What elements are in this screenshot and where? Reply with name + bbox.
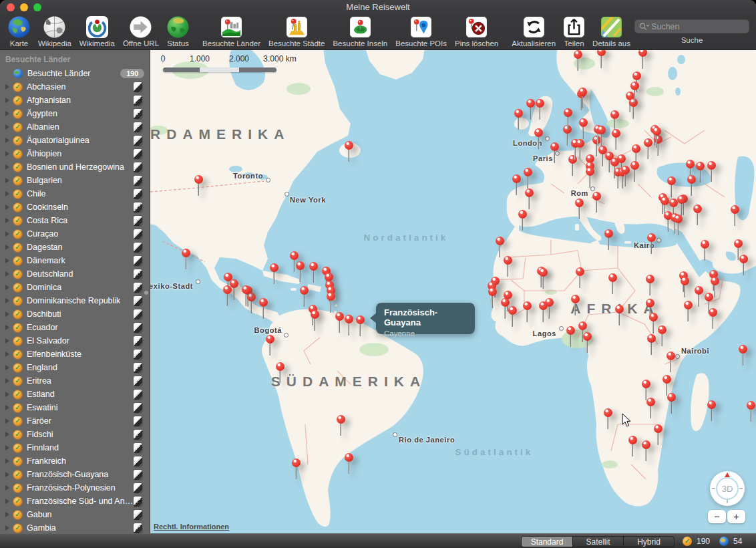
map-pin[interactable]	[597, 126, 606, 148]
sidebar-item-ecuador[interactable]: Ecuador	[0, 321, 150, 334]
edit-note-icon[interactable]	[134, 416, 142, 426]
edit-note-icon[interactable]	[134, 376, 142, 386]
map-pin[interactable]	[539, 268, 548, 290]
disclosure-triangle-icon[interactable]	[5, 325, 9, 330]
edit-note-icon[interactable]	[134, 456, 142, 466]
zoom-in-button[interactable]: +	[727, 510, 745, 523]
map-pin[interactable]	[579, 118, 588, 140]
map-pin[interactable]	[564, 108, 572, 130]
edit-note-icon[interactable]	[134, 510, 142, 520]
sidebar-item-el-salvador[interactable]: El Salvador	[0, 334, 150, 348]
map-pin[interactable]	[649, 313, 658, 335]
disclosure-triangle-icon[interactable]	[5, 392, 9, 397]
3d-mode-button[interactable]: 3D	[716, 477, 739, 500]
map-pin[interactable]	[612, 129, 620, 151]
map-pin[interactable]	[270, 263, 278, 285]
edit-note-icon[interactable]	[134, 483, 142, 493]
edit-note-icon[interactable]	[134, 189, 142, 199]
disclosure-triangle-icon[interactable]	[5, 525, 9, 531]
map-pin[interactable]	[658, 325, 667, 348]
map-canvas[interactable]: 01.0002.0003.000 km NORDAMERIKASÜDAMERIK…	[150, 50, 756, 533]
edit-note-icon[interactable]	[134, 323, 142, 333]
legal-info-link[interactable]: Rechtl. Informationen	[154, 523, 229, 531]
map-pin[interactable]	[652, 127, 661, 149]
map-pin[interactable]	[731, 205, 739, 227]
map-pin[interactable]	[642, 440, 650, 462]
edit-note-icon[interactable]	[134, 202, 142, 213]
map-pin[interactable]	[646, 398, 655, 420]
sidebar-item-dschibuti[interactable]: Dschibuti	[0, 307, 150, 321]
map-pin[interactable]	[550, 142, 559, 164]
map-pin[interactable]	[709, 308, 717, 330]
sidebar-item-bulgarien[interactable]: Bulgarien	[0, 174, 150, 187]
map-pin[interactable]	[526, 99, 535, 121]
map-pin[interactable]	[696, 162, 705, 184]
toolbar-button-besuchte-inseln[interactable]: Besuchte Inseln	[333, 15, 387, 47]
map-pin[interactable]	[586, 167, 594, 189]
map-pin[interactable]	[739, 345, 747, 367]
edit-note-icon[interactable]	[134, 430, 142, 440]
disclosure-triangle-icon[interactable]	[5, 245, 9, 250]
map-pin[interactable]	[337, 415, 345, 437]
edit-note-icon[interactable]	[134, 403, 142, 413]
map-pin[interactable]	[687, 175, 696, 197]
disclosure-triangle-icon[interactable]	[5, 285, 9, 290]
map-pin[interactable]	[630, 82, 639, 104]
map-pin[interactable]	[523, 301, 532, 323]
edit-note-icon[interactable]	[134, 96, 142, 106]
disclosure-triangle-icon[interactable]	[5, 445, 9, 450]
edit-note-icon[interactable]	[134, 229, 142, 239]
map-pin[interactable]	[667, 176, 676, 198]
map-pin[interactable]	[525, 188, 534, 211]
disclosure-triangle-icon[interactable]	[5, 231, 9, 237]
titlebar[interactable]: Meine Reisewelt	[0, 0, 756, 15]
map-pin[interactable]	[223, 285, 232, 307]
map-pin[interactable]	[667, 352, 675, 374]
edit-note-icon[interactable]	[134, 256, 142, 266]
edit-note-icon[interactable]	[134, 336, 142, 346]
map-pin[interactable]	[592, 192, 601, 214]
map-pin[interactable]	[292, 458, 301, 481]
sidebar-item-estland[interactable]: Estland	[0, 388, 150, 401]
map-pin[interactable]	[711, 277, 719, 299]
map-pin[interactable]	[681, 277, 689, 299]
map-pin[interactable]	[574, 50, 582, 72]
map-pin[interactable]	[647, 233, 656, 255]
disclosure-triangle-icon[interactable]	[5, 512, 9, 517]
zoom-out-button[interactable]: −	[708, 510, 726, 523]
search-input[interactable]	[650, 21, 745, 32]
map-pin[interactable]	[684, 301, 693, 323]
disclosure-triangle-icon[interactable]	[5, 218, 9, 223]
disclosure-triangle-icon[interactable]	[5, 204, 9, 210]
map-pin[interactable]	[536, 99, 544, 121]
toolbar-button-besuchte-städte[interactable]: Besuchte Städte	[268, 15, 325, 47]
disclosure-triangle-icon[interactable]	[5, 178, 9, 183]
disclosure-triangle-icon[interactable]	[5, 338, 9, 344]
sidebar-item-cookinseln[interactable]: Cookinseln	[0, 200, 150, 214]
map-pin[interactable]	[630, 161, 639, 183]
sidebar-item-chile[interactable]: Chile	[0, 187, 150, 200]
disclosure-triangle-icon[interactable]	[5, 432, 9, 437]
sidebar-item-färöer[interactable]: Färöer	[0, 414, 150, 428]
map-mode-satellit[interactable]: Satellit	[572, 537, 623, 547]
map-pin[interactable]	[566, 326, 575, 348]
sidebar-item-bosnien-und-herzegowina[interactable]: Bosnien und Herzegowina	[0, 160, 150, 174]
map-pin[interactable]	[345, 141, 353, 163]
map-pin[interactable]	[524, 168, 532, 190]
sidebar-item-deutschland[interactable]: Deutschland	[0, 267, 150, 281]
disclosure-triangle-icon[interactable]	[5, 138, 9, 143]
map-pin[interactable]	[518, 210, 527, 232]
sidebar-item-fidschi[interactable]: Fidschi	[0, 428, 150, 441]
map-pin[interactable]	[266, 335, 274, 357]
map-pin[interactable]	[545, 298, 554, 320]
sidebar-item-französisch-guayana[interactable]: Französisch-Guayana	[0, 468, 150, 481]
sidebar-item-gambia[interactable]: Gambia	[0, 521, 150, 533]
disclosure-triangle-icon[interactable]	[5, 191, 9, 196]
sidebar-item-dominica[interactable]: Dominica	[0, 281, 150, 294]
sidebar-scrollbar-thumb[interactable]	[144, 291, 148, 295]
map-pin[interactable]	[628, 436, 637, 458]
disclosure-triangle-icon[interactable]	[5, 124, 9, 130]
map-pin[interactable]	[695, 286, 703, 308]
map-pin[interactable]	[300, 286, 309, 308]
toolbar-button-karte[interactable]: Karte	[8, 15, 30, 47]
